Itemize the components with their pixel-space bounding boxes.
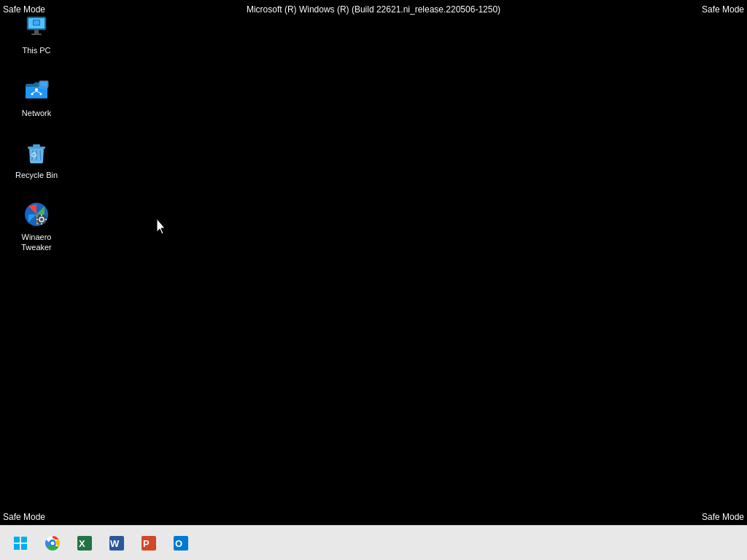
svg-rect-26 [36,219,38,220]
svg-rect-3 [31,34,42,35]
svg-rect-15 [33,144,40,147]
taskbar: X W P O [0,525,747,560]
recycle-bin-label: Recycle Bin [15,170,58,180]
word-button[interactable]: W [102,529,131,558]
svg-point-35 [51,541,55,545]
chrome-button[interactable] [38,529,67,558]
svg-rect-30 [14,544,20,550]
svg-rect-31 [21,544,27,550]
excel-button[interactable]: X [70,529,99,558]
desktop-icon-recycle-bin[interactable]: ♻ Recycle Bin [7,135,66,183]
windows-logo-icon [12,534,29,552]
desktop-icon-winaero-tweaker[interactable]: Winaero Tweaker [7,197,66,256]
outlook-icon: O [172,534,190,552]
svg-text:X: X [79,538,85,549]
svg-text:W: W [110,538,120,549]
this-pc-icon-image [22,13,51,42]
svg-text:♻: ♻ [31,151,37,159]
desktop-icon-this-pc[interactable]: This PC [7,10,66,58]
mouse-cursor [157,219,169,235]
winaero-tweaker-label: Winaero Tweaker [10,232,63,253]
svg-rect-2 [34,30,39,34]
svg-text:O: O [175,538,182,549]
safe-mode-top-right: Safe Mode [702,4,744,15]
svg-point-7 [35,88,38,91]
svg-rect-28 [14,537,20,542]
svg-rect-24 [41,214,42,216]
svg-point-23 [40,218,43,221]
powerpoint-icon: P [140,534,158,552]
svg-rect-27 [45,219,47,220]
safe-mode-bottom-left: Safe Mode [3,512,45,522]
network-icon-image [22,76,51,105]
svg-rect-14 [28,147,45,149]
winaero-icon-image [22,200,51,229]
network-label: Network [22,108,51,118]
this-pc-label: This PC [22,45,50,55]
svg-rect-25 [41,223,42,225]
start-button[interactable] [6,529,35,558]
svg-rect-29 [21,537,27,542]
safe-mode-bottom-right: Safe Mode [702,512,744,522]
build-info: Microsoft (R) Windows (R) (Build 22621.n… [247,4,500,15]
desktop-icon-network[interactable]: Network [7,73,66,121]
chrome-icon [44,534,61,552]
excel-icon: X [76,534,93,552]
svg-rect-5 [34,20,39,25]
svg-rect-13 [40,82,47,87]
svg-line-18 [40,150,41,160]
recycle-bin-icon-image: ♻ [22,138,51,167]
svg-text:P: P [143,538,150,549]
word-icon: W [108,534,125,552]
outlook-button[interactable]: O [166,529,196,558]
powerpoint-button[interactable]: P [134,529,163,558]
